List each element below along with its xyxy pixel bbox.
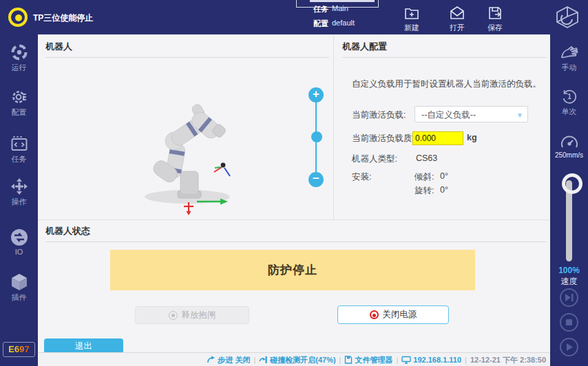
separator: | <box>465 356 467 364</box>
sidebar-item-plugin[interactable]: 插件 <box>0 273 38 303</box>
power-off-label: 关闭电源 <box>383 309 417 321</box>
speedometer-icon <box>550 133 588 150</box>
network-ip-status: 192.168.1.110 <box>401 356 461 364</box>
speed-slider-knob[interactable] <box>562 173 582 194</box>
open-button[interactable]: 打开 <box>441 5 473 32</box>
step-icon <box>207 356 216 364</box>
separator: | <box>339 356 342 364</box>
new-file-icon <box>396 5 428 21</box>
collision-detect-status[interactable]: 碰撞检测开启(47%) <box>259 355 335 365</box>
sidebar-item-io[interactable]: IO <box>0 228 38 256</box>
left-sidebar: 运行 配置 任务 操作 IO <box>0 34 38 366</box>
io-icon <box>0 228 38 246</box>
exit-button[interactable]: 退出 <box>44 338 123 354</box>
step-mode-status[interactable]: 步进 关闭 <box>207 355 250 365</box>
active-payload-value: --自定义负载-- <box>421 109 476 121</box>
config-label: 配置 <box>313 19 328 29</box>
task-label: 任务 <box>313 4 328 14</box>
brand-logo-icon <box>554 6 580 32</box>
single-run-label: 单次 <box>550 107 588 117</box>
code-window-icon <box>0 135 38 153</box>
zoom-in-button[interactable]: + <box>308 87 324 103</box>
single-run-button[interactable]: 1 单次 <box>550 87 588 117</box>
play-button[interactable] <box>560 338 578 356</box>
open-icon <box>441 5 473 21</box>
sidebar-item-task[interactable]: 任务 <box>0 135 38 164</box>
separator: | <box>396 356 398 364</box>
collision-icon <box>259 356 268 364</box>
safeguard-stop-banner: 防护停止 <box>110 250 475 290</box>
speed-percent: 100% <box>550 266 588 275</box>
run-icon <box>0 43 38 61</box>
main-content: 机器人 机器人配置 机器人状态 <box>38 34 550 366</box>
error-code-badge[interactable]: E697 <box>3 342 35 357</box>
file-manager-link[interactable]: 文件管理器 <box>344 355 392 365</box>
brake-circle-icon <box>169 311 178 320</box>
speed-gauge-button[interactable]: 250mm/s <box>550 133 588 159</box>
task-value[interactable]: Main <box>332 4 348 12</box>
enable-indicator-dot <box>15 14 22 21</box>
robot-3d-viewport[interactable] <box>41 56 330 217</box>
file-manager-icon <box>344 356 353 364</box>
mount-label: 安装: <box>352 171 371 183</box>
config-panel-title: 机器人配置 <box>342 41 546 58</box>
sidebar-item-label: 插件 <box>0 292 38 303</box>
zoom-slider-knob[interactable] <box>311 131 322 142</box>
tilt-value: 0° <box>440 171 448 181</box>
cube-icon <box>0 273 38 291</box>
open-button-label: 打开 <box>441 23 473 33</box>
sidebar-item-operate[interactable]: 操作 <box>0 177 38 207</box>
release-brake-button[interactable]: 释放抱闸 <box>135 306 249 324</box>
save-button[interactable]: 保存 <box>479 5 511 32</box>
manual-mode-label: 手动 <box>550 63 588 73</box>
save-button-label: 保存 <box>479 23 511 33</box>
payload-mass-input[interactable] <box>412 131 463 145</box>
rotation-value: 0° <box>440 185 448 195</box>
right-sidebar: 手动 1 单次 250mm/s 100% 速度 <box>550 34 588 366</box>
tcp-frame-axes <box>214 163 230 176</box>
rotation-label: 旋转: <box>414 185 434 197</box>
payload-description: 自定义负载用于暂时设置机器人当前激活的负载。 <box>352 78 545 90</box>
speed-value-label: 250mm/s <box>550 151 588 159</box>
status-panel-title: 机器人状态 <box>45 225 546 242</box>
panel-divider-vertical <box>333 35 334 219</box>
tilt-label: 倾斜: <box>414 171 434 183</box>
panel-divider-horizontal <box>38 219 550 220</box>
teach-pendant-screen: TP三位使能停止 任务 Main 配置 default 新建 打开 保存 <box>0 0 588 366</box>
sidebar-item-label: 配置 <box>0 107 38 118</box>
network-icon <box>401 356 411 364</box>
sidebar-item-label: 运行 <box>0 63 38 73</box>
sidebar-item-configure[interactable]: 配置 <box>0 88 38 118</box>
active-payload-dropdown[interactable]: --自定义负载-- ▼ <box>414 106 528 122</box>
top-popup-remnant-bar <box>310 0 375 2</box>
new-button-label: 新建 <box>396 23 428 33</box>
config-value[interactable]: default <box>332 19 355 27</box>
power-off-button[interactable]: 关闭电源 <box>337 305 449 324</box>
gear-icon <box>0 88 38 106</box>
move-arrows-icon <box>0 177 38 195</box>
sidebar-item-run[interactable]: 运行 <box>0 43 38 73</box>
sidebar-item-label: 操作 <box>0 197 38 207</box>
sidebar-item-label: 任务 <box>0 154 38 164</box>
robot-type-value: CS63 <box>416 153 437 163</box>
hand-icon <box>550 43 588 61</box>
top-bar: TP三位使能停止 任务 Main 配置 default 新建 打开 保存 <box>0 0 588 34</box>
manual-mode-button[interactable]: 手动 <box>550 43 588 73</box>
chevron-down-icon: ▼ <box>516 111 523 119</box>
step-forward-button[interactable] <box>560 288 578 307</box>
svg-text:1: 1 <box>567 93 571 100</box>
payload-mass-unit: kg <box>467 133 477 142</box>
stop-button[interactable] <box>560 313 578 332</box>
sidebar-item-label: IO <box>0 248 38 256</box>
robot-type-label: 机器人类型: <box>352 153 397 165</box>
active-payload-label: 当前激活负载: <box>352 109 406 121</box>
power-circle-icon <box>370 310 379 319</box>
zoom-out-button[interactable]: − <box>308 172 324 187</box>
datetime-status: 12-12-21 下午 2:38:50 <box>470 355 546 365</box>
save-icon <box>479 5 511 21</box>
single-cycle-icon: 1 <box>550 87 588 105</box>
release-brake-label: 释放抱闸 <box>182 310 216 321</box>
enable-status-text: TP三位使能停止 <box>33 12 93 24</box>
new-button[interactable]: 新建 <box>396 5 428 32</box>
bottom-status-bar: 步进 关闭 | 碰撞检测开启(47%) | 文件管理器 | 192.168.1.… <box>38 352 550 366</box>
